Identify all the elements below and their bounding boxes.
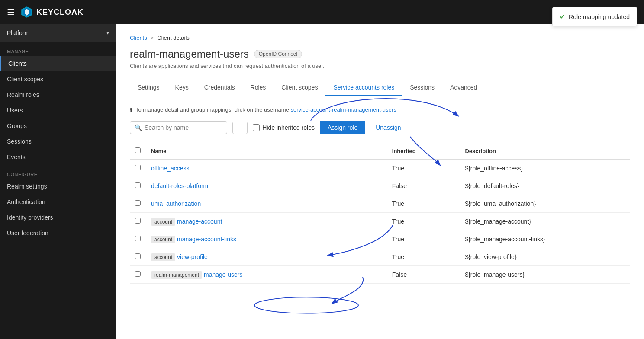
svg-point-3 bbox=[254, 297, 358, 313]
row-checkbox[interactable] bbox=[135, 236, 141, 241]
table-row: realm-managementmanage-usersFalse${role_… bbox=[130, 266, 630, 284]
tab-sessions[interactable]: Sessions bbox=[402, 80, 442, 96]
role-name-link[interactable]: manage-account bbox=[177, 218, 222, 225]
tab-credentials[interactable]: Credentials bbox=[196, 80, 243, 96]
role-inherited-cell: True bbox=[387, 230, 460, 248]
hide-inherited-checkbox[interactable] bbox=[253, 124, 260, 131]
col-header-check bbox=[130, 143, 146, 159]
realm-selector[interactable]: Platform ▾ bbox=[0, 24, 116, 42]
realm-dropdown-icon: ▾ bbox=[106, 30, 109, 36]
manage-section-label: Manage bbox=[0, 42, 116, 56]
row-checkbox[interactable] bbox=[135, 253, 141, 259]
roles-table-body: offline_accessTrue${role_offline-access}… bbox=[130, 159, 630, 284]
info-box: ℹ To manage detail and group mappings, c… bbox=[130, 106, 630, 114]
table-row: accountmanage-account-linksTrue${role_ma… bbox=[130, 230, 630, 248]
table-row: default-roles-platformFalse${role_defaul… bbox=[130, 177, 630, 195]
sidebar-item-groups[interactable]: Groups bbox=[0, 118, 116, 134]
service-account-link[interactable]: service-account-realm-management-users bbox=[290, 106, 396, 113]
content-area: Clients > Client details realm-managemen… bbox=[116, 24, 644, 339]
info-icon: ℹ bbox=[130, 107, 132, 114]
role-name-link[interactable]: uma_authorization bbox=[151, 200, 201, 207]
sidebar-item-clients[interactable]: Clients bbox=[0, 56, 116, 71]
tab-settings[interactable]: Settings bbox=[130, 80, 167, 96]
role-tag: realm-management bbox=[151, 271, 202, 279]
role-inherited-cell: False bbox=[387, 266, 460, 284]
tab-service-accounts-roles[interactable]: Service accounts roles bbox=[325, 80, 402, 96]
role-inherited-cell: True bbox=[387, 195, 460, 213]
table-header-row: Name Inherited Description bbox=[130, 143, 630, 159]
role-tag: account bbox=[151, 253, 175, 261]
info-text: To manage detail and group mappings, cli… bbox=[135, 106, 396, 113]
role-inherited-cell: True bbox=[387, 213, 460, 230]
row-checkbox[interactable] bbox=[135, 271, 141, 277]
sidebar-item-realm-roles[interactable]: Realm roles bbox=[0, 87, 116, 102]
breadcrumb: Clients > Client details bbox=[130, 35, 630, 41]
sidebar: Platform ▾ Manage Clients Client scopes … bbox=[0, 24, 116, 339]
breadcrumb-clients-link[interactable]: Clients bbox=[130, 35, 147, 41]
search-row: 🔍 → Hide inherited roles Assign role Una… bbox=[130, 121, 630, 134]
configure-section-label: Configure bbox=[0, 165, 116, 179]
search-arrow-button[interactable]: → bbox=[232, 122, 248, 134]
page-subtitle: Clients are applications and services th… bbox=[130, 63, 630, 69]
hamburger-icon[interactable]: ☰ bbox=[7, 7, 15, 17]
role-description-cell: ${role_offline-access} bbox=[460, 159, 630, 177]
role-name-link[interactable]: manage-users bbox=[204, 271, 243, 278]
sidebar-item-realm-settings[interactable]: Realm settings bbox=[0, 179, 116, 194]
col-header-name: Name bbox=[146, 143, 387, 159]
table-row: uma_authorizationTrue${role_uma_authoriz… bbox=[130, 195, 630, 213]
role-description-cell: ${role_manage-users} bbox=[460, 266, 630, 284]
tab-client-scopes[interactable]: Client scopes bbox=[274, 80, 325, 96]
role-name-link[interactable]: offline_access bbox=[151, 165, 189, 172]
roles-table: Name Inherited Description offline_acces… bbox=[130, 143, 630, 284]
row-checkbox[interactable] bbox=[135, 200, 141, 206]
role-name-cell: accountmanage-account bbox=[146, 213, 387, 230]
sidebar-item-events[interactable]: Events bbox=[0, 149, 116, 165]
sidebar-item-authentication[interactable]: Authentication bbox=[0, 194, 116, 210]
role-tag: account bbox=[151, 218, 175, 226]
row-checkbox[interactable] bbox=[135, 182, 141, 188]
table-row: offline_accessTrue${role_offline-access} bbox=[130, 159, 630, 177]
hide-inherited-label[interactable]: Hide inherited roles bbox=[253, 124, 315, 131]
assign-role-button[interactable]: Assign role bbox=[320, 121, 365, 134]
tab-roles[interactable]: Roles bbox=[243, 80, 274, 96]
role-description-cell: ${role_manage-account-links} bbox=[460, 230, 630, 248]
page-title-row: realm-management-users OpenID Connect bbox=[130, 48, 630, 60]
tab-keys[interactable]: Keys bbox=[167, 80, 196, 96]
sidebar-item-sessions[interactable]: Sessions bbox=[0, 134, 116, 149]
col-header-description: Description bbox=[460, 143, 630, 159]
row-checkbox[interactable] bbox=[135, 165, 141, 170]
keycloak-logo-icon bbox=[20, 5, 34, 19]
role-description-cell: ${role_manage-account} bbox=[460, 213, 630, 230]
role-description-cell: ${role_default-roles} bbox=[460, 177, 630, 195]
tabs-bar: Settings Keys Credentials Roles Client s… bbox=[130, 80, 630, 96]
logo-text: KEYCLOAK bbox=[36, 8, 84, 17]
search-input[interactable] bbox=[145, 124, 222, 131]
search-box: 🔍 bbox=[130, 121, 227, 134]
role-name-link[interactable]: manage-account-links bbox=[177, 236, 236, 243]
role-name-cell: accountview-profile bbox=[146, 248, 387, 266]
sidebar-item-client-scopes[interactable]: Client scopes bbox=[0, 71, 116, 87]
role-name-link[interactable]: default-roles-platform bbox=[151, 182, 208, 189]
role-name-cell: offline_access bbox=[146, 159, 387, 177]
logo: KEYCLOAK bbox=[20, 5, 84, 19]
col-header-inherited: Inherited bbox=[387, 143, 460, 159]
role-tag: account bbox=[151, 236, 175, 243]
role-inherited-cell: True bbox=[387, 248, 460, 266]
toast-notification: ✔ Role mapping updated bbox=[552, 7, 637, 26]
role-inherited-cell: True bbox=[387, 159, 460, 177]
hide-inherited-text: Hide inherited roles bbox=[262, 124, 315, 131]
role-name-link[interactable]: view-profile bbox=[177, 253, 208, 260]
breadcrumb-current: Client details bbox=[157, 35, 189, 41]
sidebar-item-users[interactable]: Users bbox=[0, 102, 116, 118]
role-name-cell: default-roles-platform bbox=[146, 177, 387, 195]
unassign-button[interactable]: Unassign bbox=[370, 121, 406, 134]
toast-success-icon: ✔ bbox=[560, 13, 565, 21]
realm-name: Platform bbox=[7, 29, 29, 36]
role-description-cell: ${role_view-profile} bbox=[460, 248, 630, 266]
sidebar-item-user-federation[interactable]: User federation bbox=[0, 225, 116, 241]
row-checkbox[interactable] bbox=[135, 218, 141, 224]
select-all-checkbox[interactable] bbox=[135, 147, 141, 153]
sidebar-item-identity-providers[interactable]: Identity providers bbox=[0, 210, 116, 225]
navbar: ☰ KEYCLOAK bbox=[0, 0, 644, 24]
tab-advanced[interactable]: Advanced bbox=[442, 80, 485, 96]
